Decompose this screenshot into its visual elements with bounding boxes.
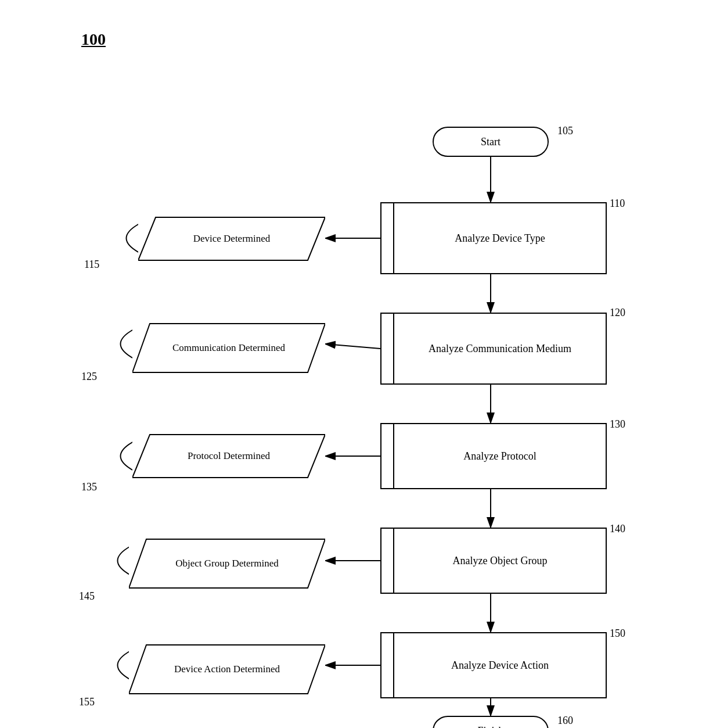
ref-130: 130 [610, 418, 625, 431]
ref-115: 115 [84, 259, 99, 271]
ref-110: 110 [610, 198, 625, 210]
box-inner-bar [381, 203, 394, 273]
protocol-determined-node: Protocol Determined [132, 433, 325, 479]
communication-determined-label: Communication Determined [172, 342, 285, 354]
box-inner-bar-2 [381, 314, 394, 383]
ref-155: 155 [79, 696, 95, 708]
object-group-determined-node: Object Group Determined [129, 538, 325, 589]
analyze-object-group-label: Analyze Object Group [440, 555, 548, 567]
arrows-overlay [0, 0, 720, 728]
device-determined-label: Device Determined [193, 233, 271, 245]
analyze-comm-medium-label: Analyze Communication Medium [416, 343, 571, 355]
ref-160: 160 [557, 715, 573, 727]
analyze-device-action-node: Analyze Device Action [380, 632, 607, 698]
ref-145: 145 [79, 590, 95, 603]
analyze-protocol-node: Analyze Protocol [380, 423, 607, 489]
box-inner-bar-3 [381, 424, 394, 488]
ref-120: 120 [610, 307, 625, 319]
analyze-comm-medium-node: Analyze Communication Medium [380, 313, 607, 385]
start-label: Start [481, 136, 501, 148]
device-action-determined-label: Device Action Determined [174, 663, 280, 676]
communication-determined-node: Communication Determined [132, 322, 325, 374]
finish-node: Finish [433, 716, 549, 728]
box-inner-bar-4 [381, 529, 394, 593]
ref-135: 135 [81, 481, 97, 493]
ref-140: 140 [610, 523, 625, 535]
analyze-device-type-label: Analyze Device Type [442, 232, 545, 245]
ref-125: 125 [81, 371, 97, 383]
analyze-device-type-node: Analyze Device Type [380, 202, 607, 274]
analyze-object-group-node: Analyze Object Group [380, 528, 607, 594]
diagram-title: 100 [81, 30, 106, 49]
protocol-determined-label: Protocol Determined [188, 450, 270, 462]
box-inner-bar-5 [381, 633, 394, 697]
analyze-device-action-label: Analyze Device Action [438, 659, 549, 672]
ref-150: 150 [610, 627, 625, 640]
device-determined-node: Device Determined [138, 216, 325, 261]
object-group-determined-label: Object Group Determined [175, 557, 279, 570]
svg-line-8 [325, 344, 380, 349]
start-node: Start [433, 127, 549, 157]
device-action-determined-node: Device Action Determined [129, 644, 325, 695]
ref-105: 105 [557, 125, 573, 137]
finish-label: Finish [477, 725, 503, 729]
diagram: 100 [0, 0, 720, 728]
analyze-protocol-label: Analyze Protocol [451, 450, 536, 462]
